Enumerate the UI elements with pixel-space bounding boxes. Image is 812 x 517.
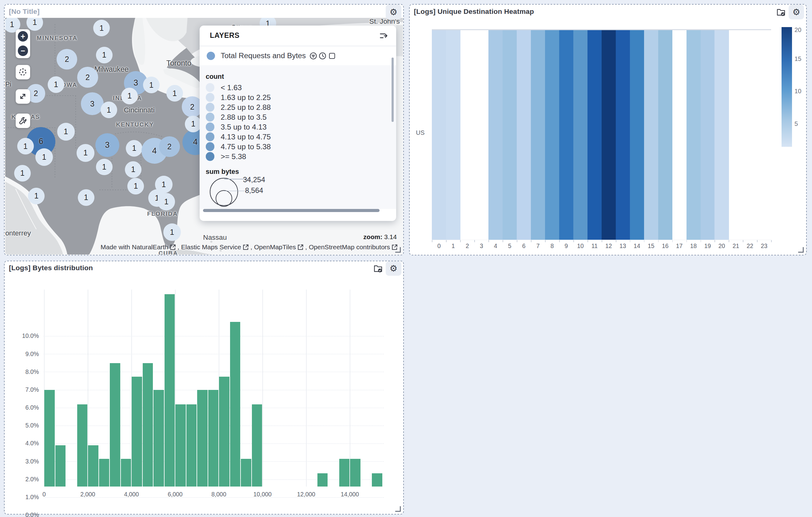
layers-vertical-scrollbar[interactable] <box>392 58 394 122</box>
histogram-bar[interactable] <box>208 390 219 487</box>
map-cluster-bubble[interactable]: 1 <box>96 47 113 63</box>
heatmap-cell[interactable] <box>502 30 517 240</box>
heatmap-cell[interactable] <box>630 30 644 240</box>
heatmap-cell[interactable] <box>715 30 729 240</box>
histogram-bar[interactable] <box>121 459 131 487</box>
heatmap-cell[interactable] <box>432 30 446 240</box>
map-cluster-bubble[interactable]: 1 <box>143 77 160 93</box>
panel-resize-handle[interactable] <box>395 506 401 512</box>
minus-icon: − <box>18 46 28 56</box>
collapse-layers-button[interactable] <box>379 31 388 40</box>
map-cluster-bubble[interactable]: 1 <box>157 193 175 211</box>
map-cluster-bubble[interactable]: 3 <box>81 92 104 115</box>
map-cluster-bubble[interactable]: 1 <box>93 20 110 36</box>
map-set-view-button[interactable] <box>16 65 30 79</box>
histogram-bar[interactable] <box>186 404 197 487</box>
heatmap-settings-button[interactable]: ⚙ <box>789 5 804 19</box>
map-cluster-bubble[interactable]: 2 <box>57 49 77 70</box>
histogram-bar[interactable] <box>230 322 240 487</box>
histogram-bar[interactable] <box>339 459 349 487</box>
count-legend-row: 2.25 up to 2.88 <box>206 103 397 112</box>
histogram-bar[interactable] <box>219 377 229 487</box>
heatmap-cell[interactable] <box>545 30 559 240</box>
map-cluster-bubble[interactable]: 1 <box>96 159 113 175</box>
heatmap-library-button[interactable] <box>773 5 789 19</box>
histogram-bar[interactable] <box>55 445 65 487</box>
histogram-bar[interactable] <box>372 473 382 487</box>
histogram-bar[interactable] <box>77 404 87 487</box>
map-tools-button[interactable] <box>16 113 30 128</box>
histogram-bar[interactable] <box>44 390 54 487</box>
layer-time-icon[interactable] <box>319 52 326 60</box>
map-cluster-bubble[interactable]: 1 <box>121 88 138 104</box>
map-cluster-bubble[interactable]: 1 <box>77 144 94 162</box>
map-cluster-bubble[interactable]: 3 <box>95 133 119 157</box>
map-attribution-link[interactable]: , OpenStreetMap contributors <box>305 243 390 251</box>
gridline <box>44 336 384 336</box>
histogram-bar[interactable] <box>132 377 142 487</box>
bytes-x-tick-label: 12,000 <box>288 491 324 498</box>
map-cluster-bubble[interactable]: 1 <box>100 102 117 118</box>
histogram-bar[interactable] <box>153 390 164 487</box>
bytes-histogram-plot[interactable] <box>44 290 384 487</box>
heatmap-cell[interactable] <box>517 30 531 240</box>
gear-icon: ⚙ <box>389 8 397 17</box>
histogram-bar[interactable] <box>350 459 360 487</box>
map-cluster-bubble[interactable]: 1 <box>14 165 31 182</box>
map-cluster-bubble[interactable]: 1 <box>28 188 45 205</box>
bytes-y-tick-label: 3.0% <box>8 458 39 465</box>
histogram-bar[interactable] <box>252 404 262 487</box>
map-cluster-bubble[interactable]: 1 <box>35 148 53 166</box>
map-attribution-link[interactable]: , Elastic Maps Service <box>177 243 241 251</box>
bytes-settings-button[interactable]: ⚙ <box>386 261 401 276</box>
heatmap-cell[interactable] <box>446 30 460 240</box>
layer-row[interactable]: Total Requests and Bytes <box>200 46 397 65</box>
map-cluster-bubble[interactable]: 1 <box>127 178 144 194</box>
map-cluster-bubble[interactable]: 2 <box>159 136 180 157</box>
layer-visibility-checkbox[interactable] <box>328 52 336 60</box>
heatmap-plot[interactable] <box>432 29 771 240</box>
histogram-bar[interactable] <box>317 473 327 487</box>
map-zoom-out-button[interactable]: − <box>16 44 30 58</box>
map-cluster-bubble[interactable]: 1 <box>17 138 34 155</box>
histogram-bar[interactable] <box>110 363 120 487</box>
layer-filter-icon[interactable] <box>310 52 317 60</box>
map-cluster-bubble[interactable]: 1 <box>126 140 142 157</box>
heatmap-cell[interactable] <box>587 30 602 240</box>
map-cluster-bubble[interactable]: 1 <box>166 85 183 102</box>
heatmap-cell[interactable] <box>644 30 659 240</box>
map-canvas[interactable]: MINNESOTAIOWAKANSASINDIANAKENTUCKYFLORID… <box>5 18 403 254</box>
bytes-library-button[interactable] <box>370 261 386 276</box>
heatmap-cell[interactable] <box>559 30 574 240</box>
histogram-bar[interactable] <box>143 363 153 487</box>
map-attribution-link[interactable]: , OpenMapTiles <box>250 243 296 251</box>
heatmap-cell[interactable] <box>701 30 715 240</box>
histogram-bar[interactable] <box>197 390 207 487</box>
heatmap-cell[interactable] <box>488 30 503 240</box>
histogram-bar[interactable] <box>175 404 185 487</box>
histogram-bar[interactable] <box>165 294 175 487</box>
heatmap-cell[interactable] <box>658 30 673 240</box>
heatmap-cell[interactable] <box>687 30 701 240</box>
map-fit-to-data-button[interactable] <box>16 89 30 104</box>
heatmap-cell[interactable] <box>602 30 616 240</box>
panel-resize-handle[interactable] <box>798 247 804 253</box>
layers-horizontal-scrollbar[interactable] <box>203 209 380 212</box>
heatmap-cell[interactable] <box>616 30 630 240</box>
map-cluster-bubble[interactable]: 1 <box>78 189 94 206</box>
map-cluster-bubble[interactable]: 1 <box>57 123 75 140</box>
map-cluster-bubble[interactable]: 1 <box>185 116 201 132</box>
map-panel-settings-button[interactable]: ⚙ <box>386 5 401 19</box>
heatmap-cell[interactable] <box>573 30 588 240</box>
map-cluster-bubble[interactable]: 2 <box>77 67 98 87</box>
heatmap-cell[interactable] <box>531 30 545 240</box>
map-attribution-link[interactable]: Made with NaturalEarth <box>100 243 168 251</box>
histogram-bar[interactable] <box>88 445 98 487</box>
map-cluster-bubble[interactable]: 1 <box>48 76 64 93</box>
map-cluster-bubble[interactable]: 1 <box>125 161 142 178</box>
map-zoom-in-button[interactable]: + <box>16 29 30 44</box>
histogram-bar[interactable] <box>241 459 251 487</box>
histogram-bar[interactable] <box>99 459 109 487</box>
map-cluster-bubble[interactable]: 1 <box>163 223 181 241</box>
panel-resize-handle[interactable] <box>395 247 401 253</box>
